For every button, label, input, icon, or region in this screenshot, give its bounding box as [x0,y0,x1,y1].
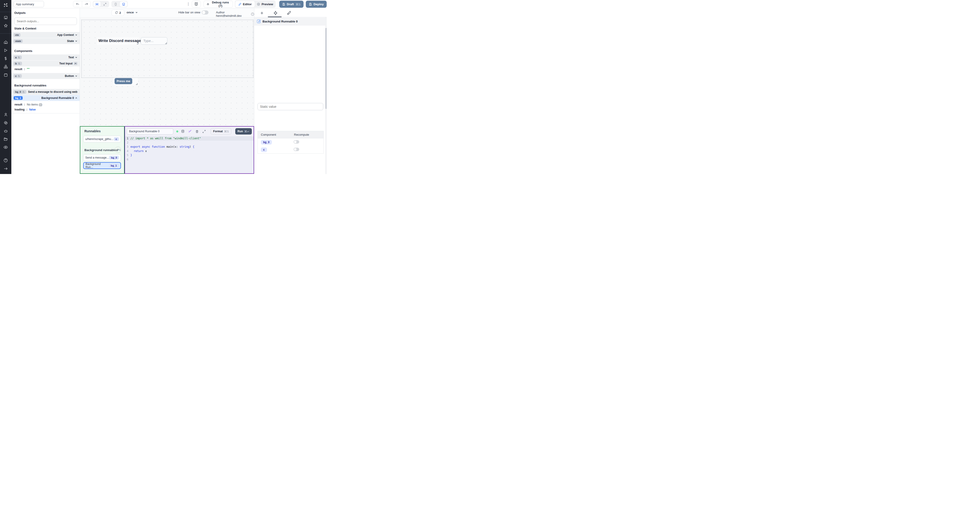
hide-bar-label: Hide bar on view [178,11,200,14]
chevron-down-icon[interactable] [75,56,77,59]
audit-eye-icon[interactable] [0,143,11,151]
top-toolbar: ⋮ Debug runs (7) Editor Preview Draft ⌘S [11,0,327,8]
resize-handle[interactable] [137,43,138,44]
refresh-count-button[interactable]: 2 [111,10,124,16]
code-comment: // import * as wmill from "windmill-clie… [130,136,201,141]
debug-runs-button[interactable]: Debug runs (7) [204,1,233,8]
center-align-icon[interactable] [93,2,101,7]
component-row-c[interactable]: c Button [11,73,80,79]
delete-trash-icon[interactable] [194,129,199,134]
chevron-down-icon[interactable] [75,40,77,42]
fullwidth-expand-icon[interactable] [101,2,109,7]
format-button[interactable]: Format ⌘S [210,128,231,135]
chevron-down-icon[interactable] [75,34,77,36]
resources-boxes-icon[interactable] [0,63,11,71]
variables-dollar-icon[interactable] [0,54,11,63]
more-menu-kebab[interactable]: ⋮ [186,2,190,6]
debug-runs-label: Debug runs (7) [211,1,230,8]
scrollbar[interactable] [325,17,327,174]
deploy-button[interactable]: Deploy [306,1,327,8]
recompute-toggle[interactable] [294,148,299,151]
runnable-item-bg1-selected[interactable]: Background Run... bg_1 [83,162,121,169]
press-me-button[interactable]: Press me [115,78,132,84]
canvas-header: 2 once Hide bar on view Author henri@win… [80,8,254,17]
schedules-calendar-icon[interactable] [0,71,11,79]
trigger-success-table: Component Recompute bg_0 c [258,131,324,154]
database-icon[interactable] [180,129,185,134]
pointer-hand-icon [18,56,20,59]
output-row-state[interactable]: state State [11,38,80,44]
desktop-icon[interactable] [120,2,127,7]
folders-icon[interactable] [0,135,11,143]
ai-wand-icon[interactable] [188,129,192,134]
runnables-title: Runnables [80,127,124,133]
insert-component-tab[interactable] [257,10,266,16]
bg1-badge: bg_1 [14,96,23,100]
undo-button[interactable] [73,1,82,7]
b-badge: b [14,62,22,65]
preview-tab[interactable]: Preview [255,1,275,7]
run-mode-dropdown[interactable]: once [127,11,138,14]
favorites-star-icon[interactable] [0,22,11,30]
mobile-icon[interactable] [112,2,119,7]
component-row-a[interactable]: a Text [11,54,80,60]
settings-tabs [254,8,327,17]
runnable-item-bg0[interactable]: Send a message... bg_0 [83,154,121,161]
expand-icon[interactable] [202,129,207,134]
output-row-ctx[interactable]: ctx App Context [11,32,80,38]
table-header: Component Recompute [258,131,323,138]
help-icon[interactable] [0,156,11,164]
selected-runnable-header: f Background Runnable 0 [254,18,327,25]
resize-handle[interactable] [136,83,137,85]
save-icon [309,3,312,6]
runnable-badge: bg_0 [109,156,119,159]
component-settings-tab[interactable] [271,10,280,16]
editor-tab[interactable]: Editor [235,1,255,7]
recompute-toggle[interactable] [294,140,299,143]
add-runnable-button[interactable]: + [115,146,121,153]
pointer-hand-icon [18,75,20,77]
redo-button[interactable] [82,1,91,7]
workers-robot-icon[interactable] [0,127,11,135]
workspace-icon[interactable] [0,13,11,22]
author-label: Author henri@windmill.dev [216,11,250,18]
runnable-name-input[interactable] [127,128,173,135]
code-brace: } [130,153,132,158]
docs-book-button[interactable] [192,1,201,8]
textinput-component-b[interactable]: Type... [141,37,167,45]
styling-brush-tab[interactable] [285,10,294,16]
code-text: ) [189,145,192,149]
scrollbar-thumb[interactable] [325,28,327,109]
code-editor[interactable]: 1 // import * as wmill from "windmill-cl… [125,136,254,173]
user-icon[interactable] [0,110,11,119]
runnable-editor-panel: Format ⌘S Run ⌘↵ 1 // import * as wmill … [124,126,254,174]
pencil-icon [239,3,242,6]
collapse-arrow-icon[interactable] [0,164,11,173]
text-component-a[interactable]: Write Discord message: [97,37,139,45]
chevron-up-icon[interactable] [75,97,77,99]
search-outputs-input[interactable] [14,18,77,25]
draft-button[interactable]: Draft ⌘S [279,1,304,8]
runs-play-icon[interactable] [0,46,11,54]
resize-handle[interactable] [165,43,167,44]
chevron-down-icon[interactable] [75,75,77,77]
settings-gear-icon[interactable] [0,119,11,127]
windmill-logo[interactable] [0,0,11,10]
background-runnables-title: Background runnables [11,84,80,87]
home-icon[interactable] [0,38,11,46]
button-component-c[interactable]: Press me [113,78,138,85]
table-row: bg_0 [258,138,323,146]
hide-bar-toggle[interactable] [202,10,208,14]
app-summary-input[interactable] [14,1,44,7]
runnable-row-bg0[interactable]: bg_0 Send a message to discord using web… [11,89,80,95]
bg1-loading-row: loading: false [11,107,80,113]
info-icon[interactable]: i [251,13,254,16]
static-value-input[interactable] [258,103,323,110]
ctx-type: App Context [57,33,74,37]
run-button[interactable]: Run ⌘↵ [235,128,252,135]
runnable-row-bg1[interactable]: bg_1 Background Runnable 0 [11,95,80,101]
runnable-item-c[interactable]: u/henri/scrape_githu... c [83,136,121,142]
component-row-b[interactable]: b Text Input [11,60,80,67]
chevron-up-icon[interactable] [74,62,77,65]
canvas-grid[interactable]: Write Discord message: Type... Press me … [80,17,254,135]
